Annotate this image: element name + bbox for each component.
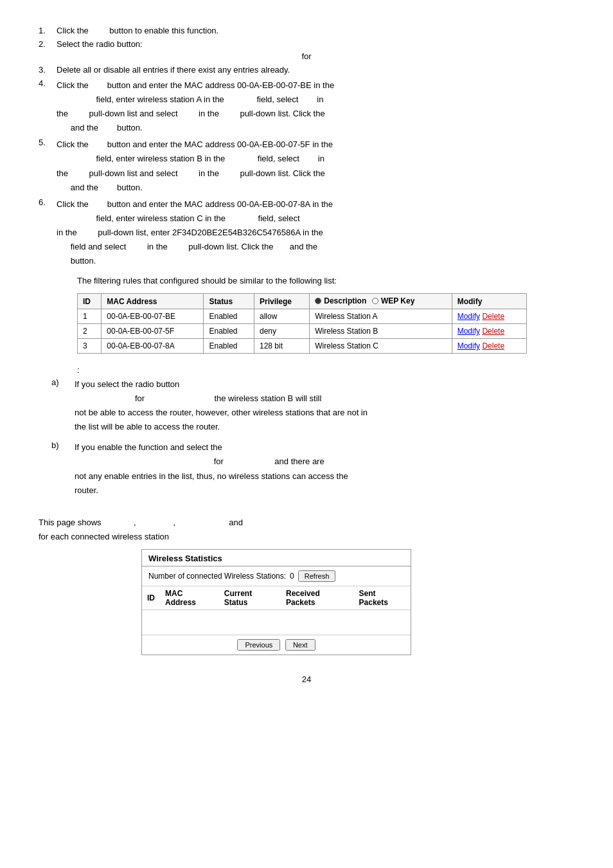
table-row: 1 00-0A-EB-00-07-BE Enabled allow Wirele…	[78, 309, 527, 324]
ws-controls: Number of connected Wireless Stations: 0…	[142, 566, 411, 586]
note-a: a) If you select the radio button for th…	[51, 377, 574, 434]
cell-mac: 00-0A-EB-00-07-5F	[102, 324, 204, 339]
connected-label: Number of connected Wireless Stations:	[148, 572, 286, 581]
modify-link-2[interactable]: Modify	[458, 327, 480, 336]
step-5-num: 5.	[39, 138, 57, 194]
step-5-content: Click the button and enter the MAC addre…	[57, 138, 333, 194]
connected-value: 0	[290, 572, 294, 581]
col-description: Description WEP Key	[310, 294, 452, 309]
cell-id: 2	[78, 324, 102, 339]
cell-modify: Modify Delete	[452, 309, 526, 324]
prev-button[interactable]: Previous	[237, 639, 280, 651]
step-6: 6. Click the button and enter the MAC ad…	[39, 197, 574, 268]
col-status: Status	[204, 294, 254, 309]
cell-status: Enabled	[204, 309, 254, 324]
cell-privilege: 128 bit	[254, 339, 309, 354]
delete-link-3[interactable]: Delete	[482, 341, 504, 350]
ws-col-sent: Sent Packets	[354, 586, 411, 610]
ws-col-mac: MAC Address	[160, 586, 219, 610]
note-a-label: a)	[51, 377, 75, 434]
step-2-indent: for	[39, 51, 574, 61]
col-privilege: Privilege	[254, 294, 309, 309]
cell-mac: 00-0A-EB-00-07-BE	[102, 309, 204, 324]
step-1-num: 1.	[39, 26, 57, 35]
cell-description: Wireless Station B	[310, 324, 452, 339]
desc-radio-icon	[315, 298, 321, 304]
note-b: b) If you enable the function and select…	[51, 440, 574, 497]
col-modify: Modify	[452, 294, 526, 309]
ws-col-received: Received Packets	[281, 586, 354, 610]
section-divider: This page shows , , and for each connect…	[39, 516, 574, 544]
step-4: 4. Click the button and enter the MAC ad…	[39, 78, 574, 135]
cell-status: Enabled	[204, 339, 254, 354]
page-section-intro: This page shows , , and for each connect…	[39, 516, 574, 544]
cell-id: 3	[78, 339, 102, 354]
notes-section: : a) If you select the radio button for …	[39, 365, 574, 498]
cell-description: Wireless Station C	[310, 339, 452, 354]
note-b-label: b)	[51, 440, 75, 497]
cell-mac: 00-0A-EB-00-07-8A	[102, 339, 204, 354]
ws-nav: Previous Next	[142, 635, 411, 655]
note-a-content: If you select the radio button for the w…	[75, 377, 368, 434]
ws-inner-table: ID MAC Address Current Status Received P…	[142, 586, 411, 635]
ws-col-id: ID	[142, 586, 160, 610]
step-2-num: 2.	[39, 39, 57, 49]
next-button[interactable]: Next	[285, 639, 315, 651]
modify-link-1[interactable]: Modify	[458, 312, 480, 321]
step-3-content: Delete all or disable all entries if the…	[57, 65, 290, 75]
step-4-num: 4.	[39, 78, 57, 135]
ws-empty-row	[142, 610, 411, 635]
cell-description: Wireless Station A	[310, 309, 452, 324]
step-1-content: Click the button to enable this function…	[57, 26, 218, 35]
filtering-note: The filtering rules that configured shou…	[77, 275, 574, 288]
cell-privilege: deny	[254, 324, 309, 339]
cell-modify: Modify Delete	[452, 324, 526, 339]
step-3: 3. Delete all or disable all entries if …	[39, 65, 574, 75]
wepkey-radio-icon	[372, 298, 378, 304]
step-5: 5. Click the button and enter the MAC ad…	[39, 138, 574, 194]
note-b-content: If you enable the function and select th…	[75, 440, 348, 497]
note-colon: :	[77, 365, 574, 375]
step-2-content: Select the radio button:	[57, 39, 143, 49]
col-id: ID	[78, 294, 102, 309]
wireless-stats-box: Wireless Statistics Number of connected …	[141, 549, 411, 655]
refresh-button[interactable]: Refresh	[298, 570, 336, 582]
cell-modify: Modify Delete	[452, 339, 526, 354]
step-4-content: Click the button and enter the MAC addre…	[57, 78, 334, 135]
wireless-stats-container: Wireless Statistics Number of connected …	[141, 549, 574, 655]
filter-table: ID MAC Address Status Privilege Descript…	[77, 293, 527, 354]
modify-link-3[interactable]: Modify	[458, 341, 480, 350]
wireless-stats-title: Wireless Statistics	[142, 550, 411, 566]
page-number: 24	[39, 674, 574, 684]
delete-link-1[interactable]: Delete	[482, 312, 504, 321]
table-row: 2 00-0A-EB-00-07-5F Enabled deny Wireles…	[78, 324, 527, 339]
ws-col-status: Current Status	[219, 586, 281, 610]
cell-privilege: allow	[254, 309, 309, 324]
step-3-num: 3.	[39, 65, 57, 75]
col-mac: MAC Address	[102, 294, 204, 309]
step-6-content: Click the button and enter the MAC addre…	[57, 197, 333, 268]
delete-link-2[interactable]: Delete	[482, 327, 504, 336]
cell-id: 1	[78, 309, 102, 324]
cell-status: Enabled	[204, 324, 254, 339]
step-1: 1. Click the button to enable this funct…	[39, 26, 574, 35]
step-6-num: 6.	[39, 197, 57, 268]
step-2: 2. Select the radio button:	[39, 39, 574, 49]
table-row: 3 00-0A-EB-00-07-8A Enabled 128 bit Wire…	[78, 339, 527, 354]
